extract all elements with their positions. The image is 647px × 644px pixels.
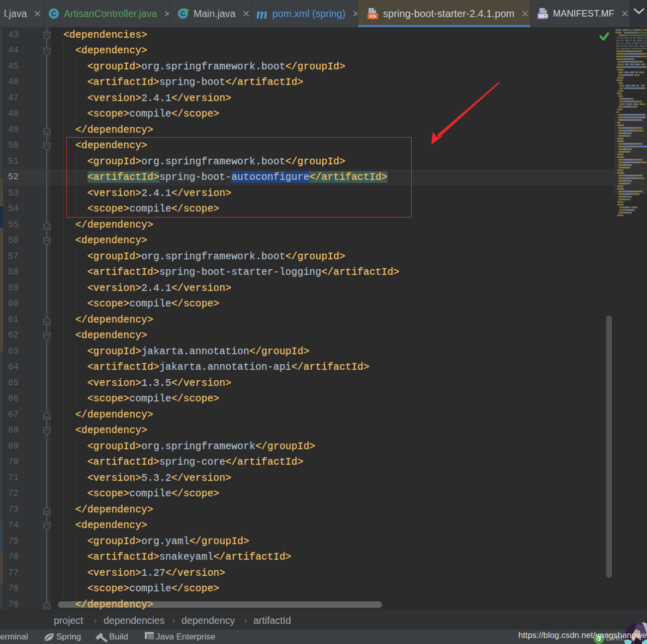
svg-text:C: C: [51, 10, 56, 18]
svg-text:MF: MF: [538, 14, 545, 19]
svg-text:EE: EE: [148, 635, 154, 640]
svg-text:<>: <>: [369, 14, 377, 20]
